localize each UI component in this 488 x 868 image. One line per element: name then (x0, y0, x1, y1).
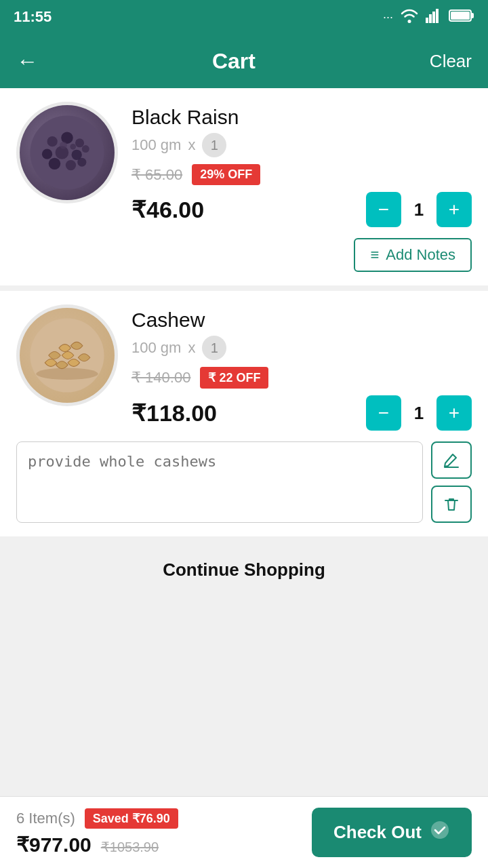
svg-point-14 (82, 145, 89, 153)
status-bar: 11:55 ··· (0, 0, 488, 34)
footer: 6 Item(s) Saved ₹76.90 ₹977.00 ₹1053.90 … (0, 796, 488, 868)
svg-rect-2 (432, 12, 435, 23)
header: ← Cart Clear (0, 34, 488, 88)
footer-price: ₹977.00 (16, 833, 92, 856)
item-1-add-notes-row: ≡ Add Notes (16, 238, 472, 272)
footer-total-row: ₹977.00 ₹1053.90 (16, 833, 178, 856)
svg-point-8 (47, 136, 58, 146)
svg-point-21 (36, 368, 98, 380)
svg-rect-1 (429, 14, 432, 23)
signal-bars-icon (426, 8, 442, 26)
item-1-price: ₹46.00 (131, 196, 204, 223)
item-1-details: Black Raisn 100 gm x 1 ₹ 65.00 29% OFF ₹… (131, 102, 472, 227)
svg-rect-3 (436, 9, 439, 23)
cart-list: Black Raisn 100 gm x 1 ₹ 65.00 29% OFF ₹… (0, 88, 488, 536)
item-2-name: Cashew (131, 309, 472, 332)
checkout-button[interactable]: Check Out (312, 808, 472, 857)
item-2-weight-qty: 100 gm x 1 (131, 336, 472, 360)
item-2-notes-area-row (16, 441, 472, 523)
status-time: 11:55 (14, 8, 52, 26)
item-1-add-notes-btn[interactable]: ≡ Add Notes (354, 238, 472, 272)
item-1-decrease-btn[interactable]: − (366, 192, 401, 227)
back-button[interactable]: ← (16, 49, 38, 74)
page-title: Cart (212, 49, 256, 74)
svg-rect-5 (451, 12, 470, 20)
item-1-x: x (188, 136, 195, 154)
item-2-original-price: ₹ 140.00 (131, 369, 190, 387)
status-icons: ··· (383, 8, 474, 26)
item-image-raisins (16, 102, 118, 203)
footer-saved-badge: Saved ₹76.90 (85, 808, 178, 829)
svg-point-16 (66, 160, 76, 170)
notes-lines-icon: ≡ (370, 246, 379, 264)
item-1-original-price: ₹ 65.00 (131, 166, 182, 184)
svg-rect-6 (471, 13, 474, 18)
item-2-qty-value: 1 (411, 403, 427, 424)
svg-point-17 (77, 158, 86, 167)
continue-shopping[interactable]: Continue Shopping (0, 542, 488, 598)
item-2-discount-badge: ₹ 22 OFF (200, 367, 268, 389)
item-1-weight: 100 gm (131, 136, 181, 154)
item-2-notes-delete-btn[interactable] (431, 486, 472, 523)
checkout-checkmark-icon (430, 820, 450, 845)
item-2-decrease-btn[interactable]: − (366, 395, 401, 431)
item-2-original-row: ₹ 140.00 ₹ 22 OFF (131, 367, 472, 389)
continue-shopping-label: Continue Shopping (163, 559, 325, 580)
footer-items-row: 6 Item(s) Saved ₹76.90 (16, 808, 178, 829)
item-1-qty-controls: − 1 + (366, 192, 472, 227)
cart-item: Black Raisn 100 gm x 1 ₹ 65.00 29% OFF ₹… (0, 88, 488, 285)
item-2-price: ₹118.00 (131, 399, 217, 427)
footer-original-price: ₹1053.90 (101, 839, 159, 855)
footer-left: 6 Item(s) Saved ₹76.90 ₹977.00 ₹1053.90 (16, 808, 178, 856)
svg-point-19 (70, 144, 76, 150)
svg-point-10 (75, 138, 84, 147)
svg-rect-0 (426, 18, 428, 23)
add-notes-label: Add Notes (386, 246, 455, 264)
item-1-original-row: ₹ 65.00 29% OFF (131, 164, 472, 185)
item-1-qty-value: 1 (411, 199, 427, 220)
item-image-cashew (16, 304, 118, 406)
item-2-notes-edit-btn[interactable] (431, 441, 472, 479)
item-2-qty-controls: − 1 + (366, 395, 472, 431)
item-1-qty-circle: 1 (202, 133, 226, 157)
item-1-price-row: ₹46.00 − 1 + (131, 192, 472, 227)
item-2-qty-circle: 1 (202, 336, 226, 360)
item-1-weight-qty: 100 gm x 1 (131, 133, 472, 157)
signal-dots-icon: ··· (383, 10, 393, 24)
item-2-increase-btn[interactable]: + (436, 395, 472, 431)
item-2-weight: 100 gm (131, 339, 181, 357)
battery-icon (449, 9, 474, 26)
svg-point-15 (49, 158, 60, 170)
footer-item-count: 6 Item(s) (16, 810, 75, 827)
svg-point-18 (60, 142, 67, 149)
item-2-details: Cashew 100 gm x 1 ₹ 140.00 ₹ 22 OFF ₹118… (131, 304, 472, 431)
item-2-notes-input[interactable] (16, 441, 423, 523)
item-1-discount-badge: 29% OFF (192, 164, 260, 185)
item-2-price-row: ₹118.00 − 1 + (131, 395, 472, 431)
checkout-label: Check Out (333, 822, 422, 843)
svg-point-11 (42, 149, 52, 159)
item-1-name: Black Raisn (131, 106, 472, 129)
clear-button[interactable]: Clear (430, 51, 472, 72)
cart-item: Cashew 100 gm x 1 ₹ 140.00 ₹ 22 OFF ₹118… (0, 291, 488, 536)
item-2-notes-actions (431, 441, 472, 523)
item-2-x: x (188, 339, 195, 357)
wifi-icon (400, 8, 419, 26)
svg-point-22 (431, 821, 449, 839)
item-1-increase-btn[interactable]: + (436, 192, 472, 227)
